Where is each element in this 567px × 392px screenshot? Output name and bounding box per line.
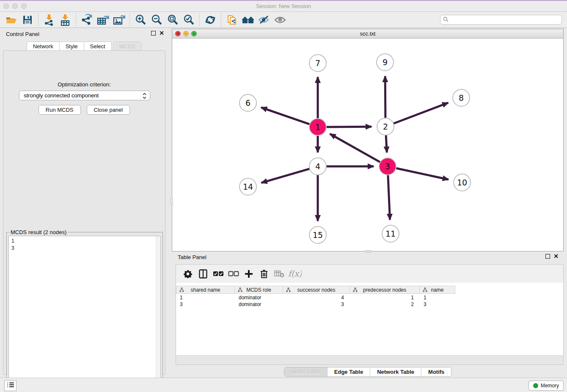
memory-button[interactable]: Memory [528,381,564,391]
tab-style[interactable]: Style [60,41,84,51]
application-window: Session: New Session Control Panel ✕ Net… [0,0,567,392]
column-header-name[interactable]: name [420,286,455,294]
table-close-panel-icon[interactable]: ✕ [553,254,559,259]
main-toolbar [0,12,567,28]
hide-eye-icon[interactable] [257,14,271,26]
table-cell[interactable]: 2 [350,301,420,308]
table-row[interactable]: 1dominator411 [176,294,455,301]
search-box[interactable] [440,15,562,25]
graph-node-2[interactable]: 2 [377,118,394,135]
run-mcds-button[interactable]: Run MCDS [39,105,81,115]
graph-node-3[interactable]: 3 [379,157,396,175]
zoom-in-icon[interactable] [133,14,148,26]
tab-edge-table[interactable]: Edge Table [327,367,370,376]
graph-node-10[interactable]: 10 [453,174,471,191]
refresh-icon[interactable] [203,14,217,26]
home-icon[interactable] [241,14,255,26]
tab-mcds[interactable]: MCDS [113,41,142,51]
tab-network-table[interactable]: Network Table [370,367,421,376]
table-row[interactable]: 3dominator323 [176,301,455,308]
table-cell[interactable]: 3 [420,301,455,308]
deselect-all-icon[interactable] [226,268,241,280]
mcds-result-area[interactable]: 1 3 [8,236,161,391]
graph-node-6[interactable]: 6 [239,94,257,112]
edge-1-2[interactable] [326,127,372,127]
graph-node-9[interactable]: 9 [376,53,394,71]
table-cell[interactable]: 3 [283,301,350,308]
network-window-titlebar[interactable]: ✕ − + scc.txt [172,29,563,39]
graph-node-7[interactable]: 7 [309,54,327,72]
graph-node-15[interactable]: 15 [309,226,327,244]
task-history-button[interactable] [4,380,17,391]
table-cell[interactable]: dominator [235,301,283,308]
tab-network[interactable]: Network [27,41,60,51]
edge-3-1[interactable] [330,134,381,162]
svg-text:f(x): f(x) [288,269,302,278]
result-scrollbar[interactable] [156,236,160,391]
edge-2-3[interactable] [386,135,387,152]
import-network-icon[interactable] [42,14,56,26]
table-cell[interactable]: 1 [420,294,455,301]
select-all-icon[interactable] [211,268,226,280]
float-panel-icon[interactable] [151,31,156,36]
table-cell[interactable]: 1 [176,294,235,301]
gear-icon[interactable] [180,268,195,280]
window-title: Session: New Session [0,3,567,9]
edge-4-14[interactable] [261,168,310,182]
open-folder-icon[interactable] [4,14,19,26]
zoom-out-icon[interactable] [149,14,164,26]
export-table-icon[interactable] [96,14,110,26]
column-header-predecessor-nodes[interactable]: predecessor nodes [350,286,420,294]
table-panel: Table Panel ✕ f(x) shared nameMCDS roles… [172,253,564,378]
tab-motifs[interactable]: Motifs [421,367,451,376]
edge-1-6[interactable] [261,108,310,124]
import-table-icon[interactable] [58,14,72,26]
edge-2-8[interactable] [393,103,448,124]
graph-node-11[interactable]: 11 [382,225,399,243]
close-panel-icon[interactable]: ✕ [159,31,164,36]
column-header-MCDS-role[interactable]: MCDS role [235,286,283,294]
save-icon[interactable] [20,14,35,26]
graph-node-8[interactable]: 8 [452,89,470,107]
network-window-title: scc.txt [172,30,563,37]
network-canvas[interactable]: 1234678910111415 [172,39,563,251]
tab-select[interactable]: Select [84,41,112,51]
export-image-icon[interactable] [112,14,126,26]
search-input[interactable] [450,17,559,23]
toolbar-separator [76,14,76,26]
trash-icon[interactable] [256,268,272,280]
titlebar: Session: New Session [0,1,567,12]
control-panel-title: Control Panel [6,31,39,37]
zoom-fit-icon[interactable] [165,14,180,26]
add-column-icon[interactable] [241,268,256,280]
edge-2-9[interactable] [385,76,385,119]
column-panel-icon[interactable] [195,268,211,280]
graph-node-14[interactable]: 14 [239,178,257,196]
table-cell[interactable]: 1 [350,294,420,301]
splitpane-grip[interactable] [170,198,173,204]
column-header-successor-nodes[interactable]: successor nodes [283,286,350,294]
show-eye-icon[interactable] [273,14,287,26]
control-panel: Control Panel ✕ NetworkStyleSelectMCDS O… [0,28,168,378]
zoom-selected-icon[interactable] [182,14,196,26]
table-panel-header: Table Panel ✕ [172,253,564,262]
toolbar-separator [129,14,130,26]
function-icon: f(x) [287,268,302,280]
graph-node-1[interactable]: 1 [309,118,327,136]
table-cell[interactable]: 3 [176,301,235,308]
edge-3-11[interactable] [388,174,390,220]
tab-node-table[interactable]: Node Table [284,367,327,376]
memory-label: Memory [541,383,559,389]
graph-node-4[interactable]: 4 [309,157,327,175]
optimization-criterion-dropdown[interactable]: strongly connected component [19,91,150,100]
export-network-icon[interactable] [80,14,94,26]
status-bar: Memory [0,378,567,392]
edge-3-10[interactable] [396,168,449,179]
column-header-shared-name[interactable]: shared name [176,286,235,294]
node-table-container: f(x) shared nameMCDS rolesuccessor nodes… [176,264,564,365]
table-cell[interactable]: dominator [235,294,283,301]
table-float-panel-icon[interactable] [545,254,550,259]
copy-network-icon[interactable] [225,14,239,26]
close-panel-button[interactable]: Close panel [87,105,130,115]
table-cell[interactable]: 4 [283,294,350,301]
